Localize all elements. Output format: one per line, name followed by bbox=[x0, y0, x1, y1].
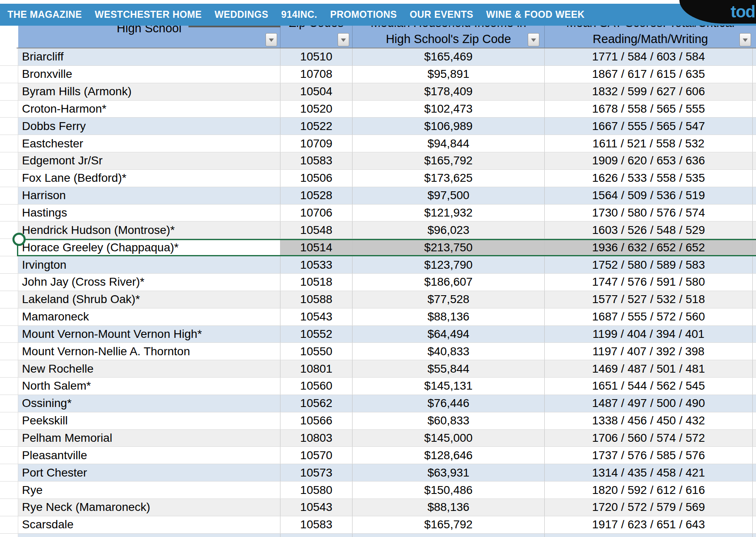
cell-school[interactable]: Pleasantville bbox=[18, 447, 280, 464]
cell-income[interactable]: $94,844 bbox=[353, 135, 545, 152]
table-row[interactable]: Mount Vernon-Mount Vernon High*10552$64,… bbox=[0, 326, 756, 343]
table-row[interactable]: Rye10580$150,4861820 / 592 / 612 / 616 bbox=[0, 482, 756, 499]
table-row[interactable]: Ossining*10562$76,4461487 / 497 / 500 / … bbox=[0, 395, 756, 412]
cell-school[interactable]: Harrison bbox=[18, 187, 280, 204]
row-gutter[interactable] bbox=[0, 395, 18, 412]
cell-school[interactable]: Rye Neck (Mamaroneck) bbox=[18, 499, 280, 516]
cell-school[interactable]: Lakeland (Shrub Oak)* bbox=[18, 291, 280, 308]
row-right-sliver[interactable] bbox=[753, 343, 756, 360]
row-right-sliver[interactable] bbox=[753, 205, 756, 222]
row-gutter[interactable] bbox=[0, 101, 18, 118]
cell-zip[interactable]: 10708 bbox=[280, 66, 353, 83]
cell-zip[interactable]: 10506 bbox=[280, 170, 353, 187]
nav-item-westchester-home[interactable]: WESTCHESTER HOME bbox=[95, 9, 202, 20]
table-row[interactable]: John Jay (Cross River)*10518$186,6071747… bbox=[0, 274, 756, 291]
cell-sat[interactable]: 1338 / 456 / 450 / 432 bbox=[545, 412, 753, 429]
table-row[interactable]: Rye Neck (Mamaroneck)10543$88,1361720 / … bbox=[0, 499, 756, 516]
cell-school[interactable]: Hendrick Hudson (Montrose)* bbox=[18, 222, 280, 238]
cell-zip[interactable] bbox=[280, 534, 353, 537]
row-gutter[interactable] bbox=[0, 308, 18, 325]
cell-sat[interactable]: 1936 / 632 / 652 / 652 bbox=[545, 239, 753, 256]
cell-sat[interactable]: 1747 / 576 / 591 / 580 bbox=[545, 274, 753, 291]
row-right-sliver[interactable] bbox=[753, 326, 756, 343]
cell-income[interactable]: $121,932 bbox=[353, 205, 545, 222]
cell-sat[interactable]: 1577 / 527 / 532 / 518 bbox=[545, 291, 753, 308]
cell-income[interactable]: $165,792 bbox=[353, 516, 545, 533]
cell-zip[interactable]: 10566 bbox=[280, 412, 353, 429]
cell-income[interactable]: $88,136 bbox=[353, 308, 545, 325]
cell-income[interactable]: $96,023 bbox=[353, 222, 545, 238]
row-right-sliver[interactable] bbox=[753, 378, 756, 395]
table-row[interactable]: Briarcliff10510$165,4691771 / 584 / 603 … bbox=[0, 48, 756, 66]
cell-income[interactable]: $95,891 bbox=[353, 66, 545, 83]
row-right-sliver[interactable] bbox=[753, 308, 756, 325]
cell-zip[interactable]: 10543 bbox=[280, 308, 353, 325]
table-row[interactable]: Peekskill10566$60,8331338 / 456 / 450 / … bbox=[0, 412, 756, 430]
cell-sat[interactable]: 1687 / 555 / 572 / 560 bbox=[545, 308, 753, 325]
row-gutter[interactable] bbox=[0, 499, 18, 516]
cell-sat[interactable]: 1487 / 497 / 500 / 490 bbox=[545, 395, 753, 412]
cell-school[interactable]: Eastchester bbox=[18, 135, 280, 152]
table-row-selected[interactable]: Horace Greeley (Chappaqua)*10514$213,750… bbox=[0, 239, 756, 256]
cell-income[interactable]: $150,486 bbox=[353, 482, 545, 498]
table-row[interactable]: Eastchester10709$94,8441611 / 521 / 558 … bbox=[0, 135, 756, 152]
cell-sat[interactable]: 1730 / 580 / 576 / 574 bbox=[545, 205, 753, 222]
header-cell-zip-codes[interactable]: Zip Codes bbox=[280, 26, 353, 48]
cell-school[interactable]: Scarsdale bbox=[18, 516, 280, 533]
cell-income[interactable]: $97,500 bbox=[353, 187, 545, 204]
cell-zip[interactable]: 10510 bbox=[280, 48, 353, 65]
cell-zip[interactable]: 10548 bbox=[280, 222, 353, 238]
cell-school[interactable]: Dobbs Ferry bbox=[18, 118, 280, 135]
cell-income[interactable]: $123,790 bbox=[353, 256, 545, 273]
cell-income[interactable]: $102,473 bbox=[353, 101, 545, 118]
row-right-sliver[interactable] bbox=[753, 118, 756, 135]
cell-zip[interactable]: 10573 bbox=[280, 464, 353, 481]
cell-school[interactable]: Rye bbox=[18, 482, 280, 498]
cell-income[interactable]: $106,989 bbox=[353, 118, 545, 135]
cell-school[interactable]: North Salem* bbox=[18, 378, 280, 395]
row-gutter[interactable] bbox=[0, 482, 18, 498]
cell-sat[interactable]: 1909 / 620 / 653 / 636 bbox=[545, 152, 753, 169]
cell-sat[interactable]: 1314 / 435 / 458 / 421 bbox=[545, 464, 753, 481]
cell-sat[interactable]: 1651 / 544 / 562 / 545 bbox=[545, 378, 753, 395]
cell-zip[interactable]: 10706 bbox=[280, 205, 353, 222]
row-right-sliver[interactable] bbox=[753, 256, 756, 273]
cell-sat[interactable]: 1197 / 407 / 392 / 398 bbox=[545, 343, 753, 360]
row-gutter[interactable] bbox=[0, 83, 18, 100]
cell-income[interactable] bbox=[353, 534, 545, 537]
nav-item-promotions[interactable]: PROMOTIONS bbox=[330, 9, 397, 20]
row-gutter[interactable] bbox=[0, 534, 18, 537]
row-gutter[interactable] bbox=[0, 48, 18, 65]
cell-zip[interactable]: 10709 bbox=[280, 135, 353, 152]
row-right-sliver[interactable] bbox=[753, 135, 756, 152]
nav-item-914inc[interactable]: 914INC. bbox=[281, 9, 317, 20]
table-row[interactable]: Hastings10706$121,9321730 / 580 / 576 / … bbox=[0, 205, 756, 222]
row-gutter[interactable] bbox=[0, 326, 18, 343]
cell-income[interactable]: $76,446 bbox=[353, 395, 545, 412]
today-logo[interactable]: tod bbox=[731, 2, 755, 21]
row-right-sliver[interactable] bbox=[753, 464, 756, 481]
row-gutter[interactable] bbox=[0, 118, 18, 135]
nav-item-our-events[interactable]: OUR EVENTS bbox=[410, 9, 473, 20]
row-gutter[interactable] bbox=[0, 343, 18, 360]
cell-sat[interactable]: 1611 / 521 / 558 / 532 bbox=[545, 135, 753, 152]
cell-sat[interactable]: 1720 / 572 / 579 / 569 bbox=[545, 499, 753, 516]
row-right-sliver[interactable] bbox=[753, 395, 756, 412]
cell-school[interactable] bbox=[18, 534, 280, 537]
cell-zip[interactable]: 10550 bbox=[280, 343, 353, 360]
cell-sat[interactable]: 1752 / 580 / 589 / 583 bbox=[545, 256, 753, 273]
filter-dropdown-button-zip-codes[interactable] bbox=[338, 33, 349, 46]
cell-school[interactable]: Peekskill bbox=[18, 412, 280, 429]
cell-school[interactable]: Irvington bbox=[18, 256, 280, 273]
table-row[interactable]: Pleasantville10570$128,6461737 / 576 / 5… bbox=[0, 447, 756, 464]
cell-zip[interactable]: 10522 bbox=[280, 118, 353, 135]
row-right-sliver[interactable] bbox=[753, 48, 756, 65]
cell-income[interactable]: $40,833 bbox=[353, 343, 545, 360]
row-right-sliver[interactable] bbox=[753, 170, 756, 187]
header-cell-sat-scores[interactable]: Mean SAT Scores: Total/Critical Reading/… bbox=[545, 26, 756, 48]
table-row[interactable]: Mount Vernon-Nellie A. Thornton10550$40,… bbox=[0, 343, 756, 360]
cell-sat[interactable]: 1820 / 592 / 612 / 616 bbox=[545, 482, 753, 498]
cell-income[interactable]: $213,750 bbox=[353, 239, 545, 256]
cell-income[interactable]: $77,528 bbox=[353, 291, 545, 308]
cell-sat[interactable]: 1737 / 576 / 585 / 576 bbox=[545, 447, 753, 464]
